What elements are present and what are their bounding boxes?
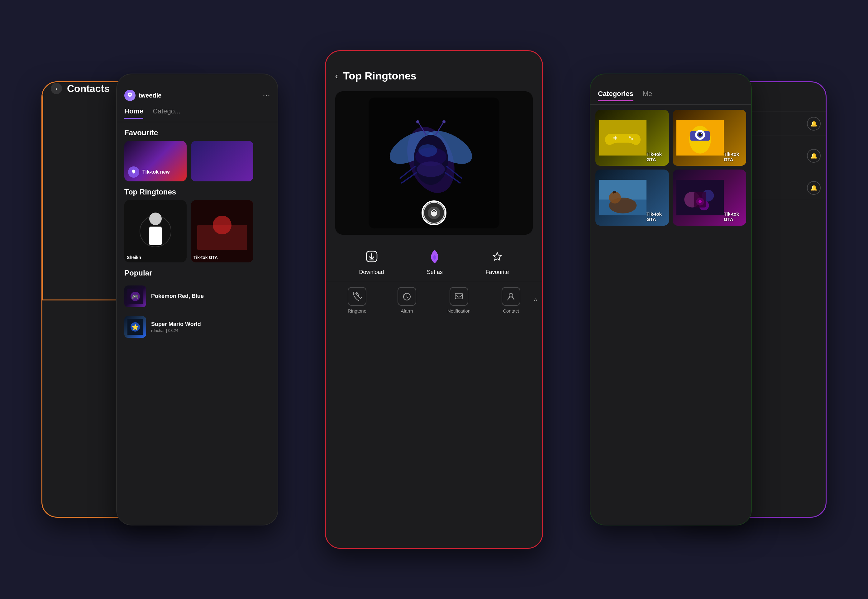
logo: tweedle bbox=[124, 90, 161, 101]
fav-card[interactable]: Tik-tok new bbox=[124, 141, 187, 181]
categories-grid: Tik-tok GTA Tik-tok GTA bbox=[590, 105, 751, 230]
fav-title: Tik-tok new bbox=[143, 169, 170, 175]
contact-icon bbox=[502, 287, 520, 306]
download-action[interactable]: Download bbox=[359, 247, 384, 275]
menu-icon[interactable]: ⋯ bbox=[263, 91, 270, 100]
card-bg-neon: Tik-tok GTA bbox=[673, 170, 746, 226]
contact-label: Contact bbox=[503, 308, 519, 313]
bell-button[interactable]: 🔔 bbox=[807, 117, 821, 131]
category-card[interactable]: Tik-tok GTA bbox=[595, 110, 669, 166]
svg-point-53 bbox=[418, 144, 437, 157]
popular-name: Pokémon Red, Blue bbox=[151, 293, 270, 300]
ringtone-icon bbox=[348, 287, 366, 306]
svg-point-82 bbox=[698, 200, 701, 203]
popular-item[interactable]: ⭐ Super Mario World rdnchar | 08:24 bbox=[117, 312, 278, 342]
svg-point-50 bbox=[416, 120, 419, 123]
back-button[interactable]: ‹ bbox=[335, 71, 338, 81]
tab-categories[interactable]: Categories bbox=[598, 90, 634, 101]
set-as-section: Ringtone Alarm bbox=[326, 282, 542, 320]
logo-icon bbox=[124, 90, 135, 101]
svg-rect-62 bbox=[613, 137, 617, 139]
bird-play-icon bbox=[428, 207, 440, 219]
fav-icon bbox=[128, 166, 139, 178]
tr-card-2[interactable]: Tik-tok GTA bbox=[191, 200, 253, 262]
expand-icon[interactable]: ^ bbox=[534, 297, 537, 305]
bell-button[interactable]: 🔔 bbox=[807, 149, 821, 163]
top-ringtones-section-title: Top Ringtones bbox=[117, 181, 278, 200]
favourite-label: Favourite bbox=[485, 269, 509, 275]
card-bg-gaming: Tik-tok GTA bbox=[595, 110, 669, 166]
notification-label: Notification bbox=[448, 308, 470, 313]
logo-text: tweedle bbox=[139, 92, 161, 99]
bell-button[interactable]: 🔔 bbox=[807, 181, 821, 195]
svg-rect-73 bbox=[599, 180, 646, 199]
action-buttons: Download Set as Favourite bbox=[326, 238, 542, 282]
tr-card-label: Sheikh bbox=[127, 255, 184, 260]
svg-point-59 bbox=[509, 293, 513, 297]
svg-point-23 bbox=[149, 212, 162, 225]
svg-rect-24 bbox=[149, 227, 162, 245]
popular-sub: rdnchar | 08:24 bbox=[151, 328, 270, 333]
home-header: tweedle ⋯ bbox=[117, 74, 278, 104]
svg-rect-58 bbox=[455, 293, 463, 299]
popular-item[interactable]: 🎮 Pokémon Red, Blue bbox=[117, 281, 278, 312]
popular-info: Super Mario World rdnchar | 08:24 bbox=[151, 321, 270, 333]
favourites-row: Tik-tok new bbox=[117, 141, 278, 181]
download-icon bbox=[362, 247, 381, 266]
tr-card-1[interactable]: Sheikh bbox=[124, 200, 187, 262]
contact-button[interactable]: Contact bbox=[502, 287, 520, 313]
set-as-icon bbox=[425, 247, 444, 266]
notification-button[interactable]: Notification bbox=[448, 287, 470, 313]
svg-point-52 bbox=[442, 120, 446, 123]
card-label: Tik-tok GTA bbox=[646, 211, 665, 222]
svg-point-27 bbox=[213, 216, 231, 234]
set-as-label: Set as bbox=[427, 269, 443, 275]
fav-card[interactable] bbox=[191, 141, 253, 181]
set-as-action[interactable]: Set as bbox=[425, 247, 444, 275]
play-button[interactable] bbox=[422, 200, 446, 225]
phone-top-ringtones: ‹ Top Ringtones bbox=[325, 50, 543, 549]
category-card[interactable]: Tik-tok GTA bbox=[673, 170, 746, 226]
favourite-action[interactable]: Favourite bbox=[485, 247, 509, 275]
svg-text:🎮: 🎮 bbox=[132, 293, 139, 300]
contacts-title: Contacts bbox=[67, 83, 110, 95]
tab-home[interactable]: Home bbox=[124, 107, 143, 119]
category-card[interactable]: Tik-tok GTA bbox=[595, 170, 669, 226]
svg-point-71 bbox=[701, 133, 702, 134]
svg-point-64 bbox=[631, 138, 633, 140]
ringtone-button[interactable]: Ringtone bbox=[348, 287, 366, 313]
popular-name: Super Mario World bbox=[151, 321, 270, 328]
favourite-icon bbox=[488, 247, 507, 266]
svg-point-63 bbox=[629, 137, 631, 138]
alarm-button[interactable]: Alarm bbox=[398, 287, 416, 313]
download-label: Download bbox=[359, 269, 384, 275]
phone-categories: Categories Me Tik-tok GTA bbox=[590, 74, 752, 525]
popular-thumb: 🎮 bbox=[124, 286, 146, 307]
card-bg-horse: Tik-tok GTA bbox=[595, 170, 669, 226]
hero-area bbox=[335, 91, 533, 235]
top-ringtones-header: ‹ Top Ringtones bbox=[326, 51, 542, 88]
top-ringtones-title: Top Ringtones bbox=[343, 70, 416, 82]
home-tabs: Home Catego... bbox=[117, 104, 278, 122]
favourite-section-title: Favourite bbox=[117, 122, 278, 141]
tab-me[interactable]: Me bbox=[643, 90, 652, 101]
scene: ‹ Contacts A Alexander Default (Simple_B… bbox=[29, 19, 839, 580]
ringtone-label: Ringtone bbox=[348, 308, 366, 313]
alarm-icon bbox=[398, 287, 416, 306]
tab-categories[interactable]: Catego... bbox=[153, 107, 180, 119]
svg-text:⭐: ⭐ bbox=[132, 324, 139, 331]
popular-thumb: ⭐ bbox=[124, 316, 146, 338]
alarm-label: Alarm bbox=[401, 308, 413, 313]
back-button[interactable]: ‹ bbox=[51, 83, 62, 94]
phone-home: tweedle ⋯ Home Catego... Favourite Tik-t… bbox=[116, 74, 278, 525]
popular-info: Pokémon Red, Blue bbox=[151, 293, 270, 300]
notification-icon bbox=[450, 287, 468, 306]
top-ringtones-row: Sheikh Tik-tok GTA bbox=[117, 200, 278, 262]
categories-tabs: Categories Me bbox=[590, 74, 751, 105]
popular-section-title: Popular bbox=[117, 262, 278, 281]
fav-card-content: Tik-tok new bbox=[124, 163, 187, 181]
tr-card-label: Tik-tok GTA bbox=[194, 255, 251, 260]
category-card[interactable]: Tik-tok GTA bbox=[673, 110, 746, 166]
card-label: Tik-tok GTA bbox=[724, 211, 742, 222]
card-label: Tik-tok GTA bbox=[646, 152, 665, 162]
